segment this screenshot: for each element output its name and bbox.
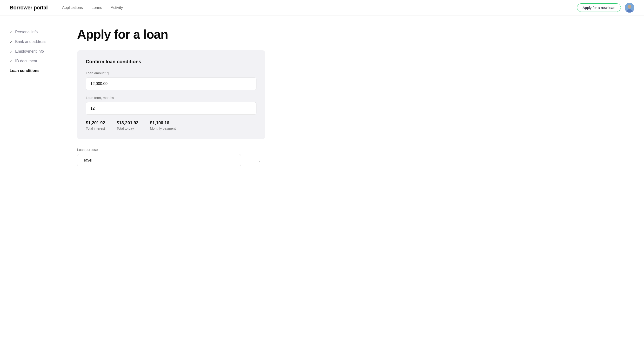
total-to-pay-value: $13,201.92 [117,120,138,125]
main-content: Apply for a loan Confirm loan conditions… [63,16,280,346]
loan-term-group: Loan term, months [86,96,256,115]
chevron-down-icon: ⌄ [258,158,261,162]
nav-item-loans[interactable]: Loans [92,6,102,10]
sidebar-item-personal-info[interactable]: ✓ Personal info [10,30,53,34]
loan-purpose-select-wrapper: Travel Home improvement Debt consolidati… [77,154,265,166]
svg-point-1 [628,5,631,9]
loan-term-label: Loan term, months [86,96,256,100]
check-icon-personal-info: ✓ [10,31,13,34]
apply-new-loan-button[interactable]: Apply for a new loan [577,4,621,12]
sidebar-label-personal-info: Personal info [15,30,38,34]
sidebar-item-bank-address[interactable]: ✓ Bank and address [10,40,53,44]
page-title: Apply for a loan [77,27,265,42]
header-actions: Apply for a new loan [577,3,634,13]
loan-summary-row: $1,201.92 Total interest $13,201.92 Tota… [86,120,256,130]
loan-amount-input[interactable] [86,78,256,90]
total-interest-label: Total interest [86,126,105,130]
page-layout: ✓ Personal info ✓ Bank and address ✓ Emp… [0,16,644,346]
loan-purpose-select[interactable]: Travel Home improvement Debt consolidati… [77,154,241,166]
check-icon-employment-info: ✓ [10,50,13,53]
sidebar-label-employment-info: Employment info [15,49,44,54]
check-icon-id-document: ✓ [10,59,13,63]
brand-logo: Borrower portal [10,5,48,11]
loan-conditions-card: Confirm loan conditions Loan amount, $ L… [77,50,265,139]
sidebar-label-loan-conditions: Loan conditions [10,69,40,73]
sidebar-item-employment-info[interactable]: ✓ Employment info [10,49,53,54]
loan-amount-group: Loan amount, $ [86,71,256,90]
card-title: Confirm loan conditions [86,59,256,64]
monthly-payment-value: $1,100.16 [150,120,176,125]
nav-item-applications[interactable]: Applications [62,6,83,10]
total-interest-item: $1,201.92 Total interest [86,120,105,130]
total-to-pay-item: $13,201.92 Total to pay [117,120,138,130]
monthly-payment-item: $1,100.16 Monthly payment [150,120,176,130]
loan-term-input[interactable] [86,102,256,115]
main-nav: Applications Loans Activity [62,6,577,10]
user-avatar[interactable] [625,3,634,13]
sidebar-label-bank-address: Bank and address [15,40,46,44]
check-icon-bank-address: ✓ [10,40,13,44]
sidebar: ✓ Personal info ✓ Bank and address ✓ Emp… [0,16,63,346]
total-to-pay-label: Total to pay [117,126,138,130]
total-interest-value: $1,201.92 [86,120,105,125]
nav-item-activity[interactable]: Activity [111,6,123,10]
loan-amount-label: Loan amount, $ [86,71,256,75]
monthly-payment-label: Monthly payment [150,126,176,130]
loan-purpose-group: Loan purpose Travel Home improvement Deb… [77,148,265,166]
sidebar-label-id-document: ID document [15,59,37,63]
loan-purpose-label: Loan purpose [77,148,265,152]
sidebar-item-id-document[interactable]: ✓ ID document [10,59,53,63]
sidebar-item-loan-conditions[interactable]: Loan conditions [10,69,53,73]
